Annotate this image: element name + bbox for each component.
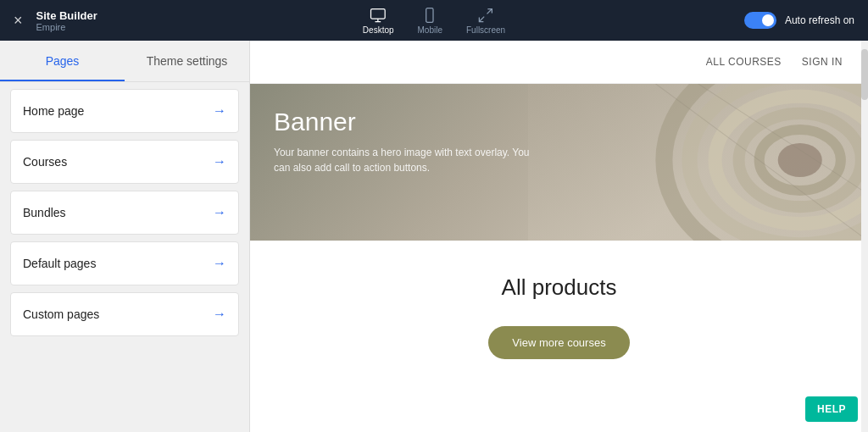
svg-rect-3 bbox=[426, 8, 433, 22]
sidebar-item-home-page[interactable]: Home page → bbox=[10, 89, 239, 133]
sidebar-tabs: Pages Theme settings bbox=[0, 41, 249, 82]
scrollbar-thumb[interactable] bbox=[861, 49, 868, 100]
sidebar: Pages Theme settings Home page → Courses… bbox=[0, 41, 250, 432]
preview-scrollbar[interactable] bbox=[861, 41, 868, 432]
arrow-icon: → bbox=[213, 256, 226, 271]
topbar-right: Auto refresh on bbox=[744, 12, 854, 29]
mobile-label: Mobile bbox=[418, 25, 442, 35]
tab-pages[interactable]: Pages bbox=[0, 41, 125, 81]
svg-rect-0 bbox=[371, 8, 386, 19]
home-page-label: Home page bbox=[23, 104, 84, 118]
fullscreen-label: Fullscreen bbox=[466, 25, 505, 35]
courses-label: Courses bbox=[23, 155, 67, 169]
auto-refresh-toggle[interactable] bbox=[744, 12, 776, 29]
all-courses-link[interactable]: ALL COURSES bbox=[706, 56, 782, 68]
banner-text: Banner Your banner contains a hero image… bbox=[274, 108, 545, 175]
bundles-label: Bundles bbox=[23, 206, 66, 219]
sidebar-items-list: Home page → Courses → Bundles → Default … bbox=[0, 82, 249, 343]
sidebar-item-courses[interactable]: Courses → bbox=[10, 140, 239, 184]
main-layout: Pages Theme settings Home page → Courses… bbox=[0, 41, 868, 432]
preview-header: ALL COURSES SIGN IN bbox=[250, 41, 868, 84]
mobile-view-button[interactable]: Mobile bbox=[418, 7, 442, 35]
products-section: All products View more courses bbox=[250, 241, 868, 376]
arrow-icon: → bbox=[213, 154, 226, 169]
sidebar-item-default-pages[interactable]: Default pages → bbox=[10, 241, 239, 285]
sidebar-item-custom-pages[interactable]: Custom pages → bbox=[10, 292, 239, 336]
fullscreen-view-button[interactable]: Fullscreen bbox=[466, 7, 505, 35]
default-pages-label: Default pages bbox=[23, 257, 96, 270]
auto-refresh-label: Auto refresh on bbox=[785, 14, 854, 26]
products-title: All products bbox=[267, 274, 851, 301]
arrow-icon: → bbox=[213, 103, 226, 119]
banner-section: Banner Your banner contains a hero image… bbox=[250, 84, 868, 241]
arrow-icon: → bbox=[213, 307, 226, 322]
banner-title: Banner bbox=[274, 108, 545, 136]
sign-in-link[interactable]: SIGN IN bbox=[802, 56, 843, 68]
help-button[interactable]: HELP bbox=[805, 396, 858, 422]
sub-name: Empire bbox=[36, 22, 97, 32]
custom-pages-label: Custom pages bbox=[23, 307, 99, 321]
svg-line-6 bbox=[480, 16, 485, 21]
desktop-view-button[interactable]: Desktop bbox=[363, 7, 394, 35]
banner-image bbox=[528, 84, 868, 241]
app-name: Site Builder bbox=[36, 9, 97, 22]
view-more-button[interactable]: View more courses bbox=[488, 326, 629, 359]
sidebar-item-bundles[interactable]: Bundles → bbox=[10, 191, 239, 235]
view-options: Desktop Mobile Fullscreen bbox=[363, 7, 505, 35]
preview-content: Banner Your banner contains a hero image… bbox=[250, 84, 868, 432]
svg-line-5 bbox=[487, 8, 492, 14]
topbar: × Site Builder Empire Desktop Mobile Ful… bbox=[0, 0, 868, 41]
arrow-icon: → bbox=[213, 205, 226, 220]
tab-theme-settings[interactable]: Theme settings bbox=[125, 41, 249, 81]
app-title: Site Builder Empire bbox=[36, 9, 97, 32]
close-button[interactable]: × bbox=[14, 12, 23, 30]
preview-panel: ALL COURSES SIGN IN bbox=[250, 41, 868, 432]
banner-description: Your banner contains a hero image with t… bbox=[274, 145, 545, 175]
desktop-label: Desktop bbox=[363, 25, 394, 35]
